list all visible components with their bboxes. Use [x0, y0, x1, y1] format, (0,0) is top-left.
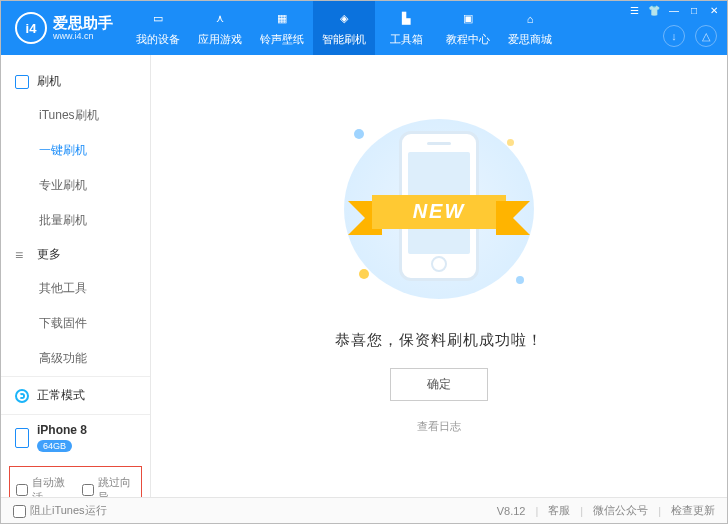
sidebar-group-flash: 刷机 — [1, 65, 150, 98]
phone-icon: ▭ — [148, 10, 168, 28]
ok-button[interactable]: 确定 — [390, 368, 488, 401]
minimize-icon[interactable]: — — [665, 3, 683, 17]
device-storage-badge: 64GB — [37, 440, 72, 452]
app-title: 爱思助手 — [53, 15, 113, 30]
sidebar-group-more: ≡更多 — [1, 238, 150, 271]
status-bar: 阻止iTunes运行 V8.12| 客服| 微信公众号| 检查更新 — [1, 497, 727, 523]
apps-icon: ⋏ — [210, 10, 230, 28]
flash-icon: ◈ — [334, 10, 354, 28]
sidebar-item-batch[interactable]: 批量刷机 — [1, 203, 150, 238]
tutorial-icon: ▣ — [458, 10, 478, 28]
device-name: iPhone 8 — [37, 423, 87, 437]
status-icon — [15, 389, 29, 403]
success-message: 恭喜您，保资料刷机成功啦！ — [335, 331, 543, 350]
content-body: 刷机 iTunes刷机 一键刷机 专业刷机 批量刷机 ≡更多 其他工具 下载固件… — [1, 55, 727, 497]
header-actions: ↓ △ — [663, 25, 717, 47]
download-icon[interactable]: ↓ — [663, 25, 685, 47]
nav-tutorial[interactable]: ▣教程中心 — [437, 1, 499, 55]
skin-icon[interactable]: 👕 — [645, 3, 663, 17]
main-panel: NEW 恭喜您，保资料刷机成功啦！ 确定 查看日志 — [151, 55, 727, 497]
logo-badge: i4 — [15, 12, 47, 44]
update-link[interactable]: 检查更新 — [671, 503, 715, 518]
close-icon[interactable]: ✕ — [705, 3, 723, 17]
nav-toolbox[interactable]: ▙工具箱 — [375, 1, 437, 55]
device-info[interactable]: iPhone 8 64GB — [1, 414, 150, 460]
nav-flash[interactable]: ◈智能刷机 — [313, 1, 375, 55]
toolbox-icon: ▙ — [396, 10, 416, 28]
sidebar-item-other[interactable]: 其他工具 — [1, 271, 150, 306]
app-url: www.i4.cn — [53, 32, 113, 41]
user-icon[interactable]: △ — [695, 25, 717, 47]
nav-my-device[interactable]: ▭我的设备 — [127, 1, 189, 55]
success-illustration: NEW — [334, 109, 544, 309]
new-ribbon: NEW — [354, 189, 524, 237]
nav-apps[interactable]: ⋏应用游戏 — [189, 1, 251, 55]
window-controls: ☰ 👕 — □ ✕ — [625, 3, 723, 17]
shop-icon: ⌂ — [520, 10, 540, 28]
support-link[interactable]: 客服 — [548, 503, 570, 518]
app-logo: i4 爱思助手 www.i4.cn — [1, 1, 127, 55]
sidebar-item-itunes[interactable]: iTunes刷机 — [1, 98, 150, 133]
sidebar-item-pro[interactable]: 专业刷机 — [1, 168, 150, 203]
version-label: V8.12 — [497, 505, 526, 517]
sidebar-item-download[interactable]: 下载固件 — [1, 306, 150, 341]
device-phone-icon — [15, 428, 29, 448]
menu-icon[interactable]: ☰ — [625, 3, 643, 17]
title-bar: ☰ 👕 — □ ✕ i4 爱思助手 www.i4.cn ▭我的设备 ⋏应用游戏 … — [1, 1, 727, 55]
sidebar-item-oneclick[interactable]: 一键刷机 — [1, 133, 150, 168]
device-mode[interactable]: 正常模式 — [1, 376, 150, 414]
app-window: ☰ 👕 — □ ✕ i4 爱思助手 www.i4.cn ▭我的设备 ⋏应用游戏 … — [0, 0, 728, 524]
view-log-link[interactable]: 查看日志 — [417, 419, 461, 434]
checkbox-block-itunes[interactable]: 阻止iTunes运行 — [13, 503, 107, 518]
wechat-link[interactable]: 微信公众号 — [593, 503, 648, 518]
media-icon: ▦ — [272, 10, 292, 28]
flash-group-icon — [15, 75, 29, 89]
sidebar: 刷机 iTunes刷机 一键刷机 专业刷机 批量刷机 ≡更多 其他工具 下载固件… — [1, 55, 151, 497]
more-group-icon: ≡ — [15, 248, 29, 262]
nav-shop[interactable]: ⌂爱思商城 — [499, 1, 561, 55]
maximize-icon[interactable]: □ — [685, 3, 703, 17]
nav-media[interactable]: ▦铃声壁纸 — [251, 1, 313, 55]
sidebar-item-advanced[interactable]: 高级功能 — [1, 341, 150, 376]
